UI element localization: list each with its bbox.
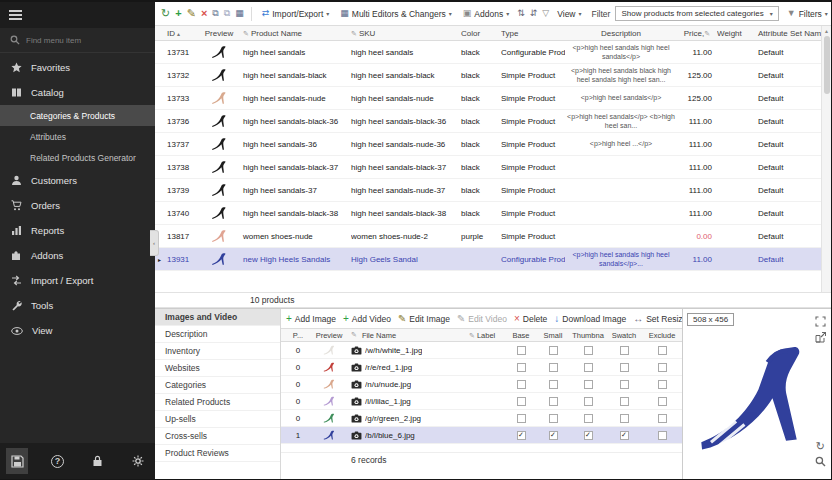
cell-thumbnail[interactable] <box>569 431 607 440</box>
small-checkbox[interactable] <box>549 363 558 372</box>
column-header-preview[interactable]: Preview <box>307 331 351 340</box>
add-image-button[interactable]: + Add Image <box>286 314 336 324</box>
small-checkbox[interactable] <box>549 380 558 389</box>
detail-tab[interactable]: Product Reviews <box>155 445 280 462</box>
cell-swatch[interactable] <box>607 397 641 406</box>
base-checkbox[interactable] <box>517 397 526 406</box>
category-filter-select[interactable]: Show products from selected categories ▾ <box>615 6 778 21</box>
small-checkbox[interactable] <box>549 397 558 406</box>
cell-small[interactable] <box>537 414 569 423</box>
delete-image-button[interactable]: × Delete <box>514 314 547 324</box>
sort-asc-icon[interactable]: ⇅ <box>517 9 525 18</box>
thumbnail-checkbox[interactable] <box>584 363 593 372</box>
cell-exclude[interactable] <box>641 363 683 372</box>
product-row[interactable]: ▸ 13737 high heel sandals-36 high heel s… <box>155 133 821 156</box>
small-checkbox[interactable] <box>549 431 558 440</box>
rotate-icon[interactable]: ↻ <box>816 440 825 453</box>
base-checkbox[interactable] <box>517 380 526 389</box>
add-product-icon[interactable]: + <box>175 8 181 19</box>
row-expander-icon[interactable]: ▸ <box>155 49 164 56</box>
column-header-file-name[interactable]: ✎File Name <box>351 331 467 340</box>
base-checkbox[interactable] <box>517 346 526 355</box>
row-expander-icon[interactable]: ▸ <box>155 210 164 217</box>
column-header-product-name[interactable]: ✎Product Name <box>241 29 351 38</box>
detail-tab[interactable]: Up-sells <box>155 411 280 428</box>
exclude-checkbox[interactable] <box>658 346 667 355</box>
cell-swatch[interactable] <box>607 346 641 355</box>
set-resize-rule-button[interactable]: ↔ Set Resize Rule ▾ <box>633 314 682 324</box>
thumbnail-checkbox[interactable] <box>584 431 593 440</box>
multi-editors-button[interactable]: ▦ Multi Editors & Changers ▾ <box>337 7 455 21</box>
cell-small[interactable] <box>537 397 569 406</box>
base-checkbox[interactable] <box>517 363 526 372</box>
swatch-checkbox[interactable] <box>620 346 629 355</box>
view-button[interactable]: View ▾ <box>554 7 584 21</box>
filter-funnel-icon[interactable]: ▽ <box>542 9 549 18</box>
cell-small[interactable] <box>537 363 569 372</box>
sidebar-item-view[interactable]: View <box>0 318 155 343</box>
cell-small[interactable] <box>537 380 569 389</box>
sidebar-item-orders[interactable]: Orders <box>0 193 155 218</box>
column-header-thumbnail[interactable]: Thumbna <box>569 331 607 340</box>
cell-thumbnail[interactable] <box>569 380 607 389</box>
column-header-type[interactable]: Type <box>501 29 565 38</box>
row-expander-icon[interactable]: ▸ <box>155 95 164 102</box>
columns-icon[interactable]: ▦ <box>235 9 244 18</box>
delete-product-icon[interactable]: × <box>201 8 207 19</box>
image-row[interactable]: 1 /b/l/blue_6.jpg <box>281 427 682 444</box>
swatch-checkbox[interactable] <box>620 380 629 389</box>
column-header-sku[interactable]: ✎SKU <box>351 29 461 38</box>
cell-base[interactable] <box>505 431 537 440</box>
sidebar-collapse-handle[interactable]: ‹ <box>150 230 159 256</box>
swatch-checkbox[interactable] <box>620 397 629 406</box>
thumbnail-checkbox[interactable] <box>584 346 593 355</box>
cell-swatch[interactable] <box>607 380 641 389</box>
column-header-preview[interactable]: Preview <box>197 29 241 38</box>
gear-icon[interactable] <box>127 448 149 474</box>
cell-thumbnail[interactable] <box>569 397 607 406</box>
detail-tab[interactable]: Websites <box>155 360 280 377</box>
base-checkbox[interactable] <box>517 414 526 423</box>
product-row[interactable]: ▸ 13736 high heel sandals-black-36 high … <box>155 110 821 133</box>
product-row[interactable]: ▸ 13740 high heel sandals-black-38 high … <box>155 202 821 225</box>
product-row[interactable]: ▸ 13817 women shoes-nude women shoes-nud… <box>155 225 821 248</box>
swatch-checkbox[interactable] <box>620 363 629 372</box>
small-checkbox[interactable] <box>549 346 558 355</box>
scroll-up-icon[interactable]: ▲ <box>824 26 829 35</box>
lock-icon[interactable] <box>87 448 109 474</box>
cell-base[interactable] <box>505 380 537 389</box>
image-row[interactable]: 0 /r/e/red_1.jpg <box>281 359 682 376</box>
sidebar-item-attributes[interactable]: Attributes <box>0 126 155 147</box>
detail-tab[interactable]: Cross-sells <box>155 428 280 445</box>
vertical-scrollbar[interactable]: ▲ <box>821 26 831 292</box>
column-header-attribute-set[interactable]: Attribute Set Name <box>751 29 822 38</box>
column-header-description[interactable]: Description <box>565 29 677 38</box>
detail-tab[interactable]: Images and Video <box>155 309 280 326</box>
column-header-swatch[interactable]: Swatch <box>607 331 641 340</box>
row-expander-icon[interactable]: ▸ <box>155 72 164 79</box>
thumbnail-checkbox[interactable] <box>584 414 593 423</box>
swatch-checkbox[interactable] <box>620 414 629 423</box>
exclude-checkbox[interactable] <box>658 431 667 440</box>
edit-product-icon[interactable]: ✎ <box>187 8 196 19</box>
sidebar-item-categories-products[interactable]: Categories & Products <box>0 105 155 126</box>
product-row[interactable]: ▸ 13738 high heel sandals-black-37 high … <box>155 156 821 179</box>
thumbnail-checkbox[interactable] <box>584 380 593 389</box>
exclude-checkbox[interactable] <box>658 414 667 423</box>
detail-tab[interactable]: Inventory <box>155 343 280 360</box>
detail-tab[interactable]: Categories <box>155 377 280 394</box>
image-row[interactable]: 0 /g/r/green_2.jpg <box>281 410 682 427</box>
column-header-position[interactable]: P... <box>289 331 307 340</box>
cell-small[interactable] <box>537 346 569 355</box>
cell-exclude[interactable] <box>641 380 683 389</box>
column-header-label[interactable]: ✎Label <box>467 331 505 340</box>
cell-swatch[interactable] <box>607 363 641 372</box>
exclude-checkbox[interactable] <box>658 380 667 389</box>
copy-icon[interactable]: ⧉ <box>212 9 218 18</box>
image-row[interactable]: 0 /n/u/nude.jpg <box>281 376 682 393</box>
row-expander-icon[interactable]: ▸ <box>155 187 164 194</box>
product-row[interactable]: ▸ 13739 high heel sandals-37 high heel s… <box>155 179 821 202</box>
row-expander-icon[interactable]: ▸ <box>155 118 164 125</box>
column-header-id[interactable]: ID▴ <box>164 29 197 38</box>
sidebar-item-catalog[interactable]: Catalog <box>0 80 155 105</box>
